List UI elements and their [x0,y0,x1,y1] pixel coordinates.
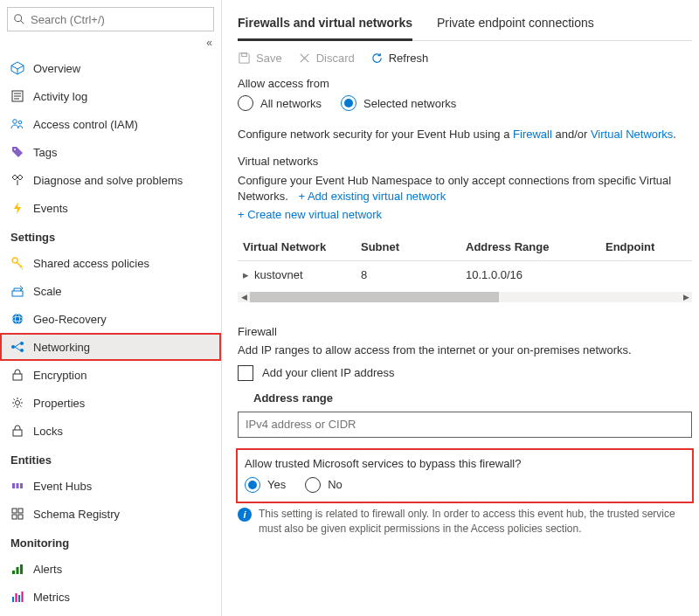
svg-rect-11 [12,291,23,296]
svg-point-16 [20,342,24,345]
sidebar-item-label: Scale [33,285,62,298]
radio-label: All networks [260,97,322,110]
col-header-addr[interactable]: Address Range [460,233,600,261]
svg-rect-26 [12,509,17,513]
radio-all-networks[interactable]: All networks [238,95,322,111]
discard-button[interactable]: Discard [298,52,355,65]
search-input-wrapper[interactable] [7,7,214,31]
firewall-heading: Firewall [238,325,692,338]
sidebar-item-label: Event Hubs [33,480,92,493]
svg-rect-23 [12,483,15,488]
cell-endpoint [600,261,692,288]
radio-selected-networks[interactable]: Selected networks [341,95,456,111]
sidebar-item-events[interactable]: Events [0,194,221,222]
radio-label: Selected networks [363,97,456,110]
sidebar-item-activity-log[interactable]: Activity log [0,82,221,110]
sidebar-item-locks[interactable]: Locks [0,417,221,445]
address-range-input[interactable] [238,412,692,438]
checkbox-add-client-ip[interactable] [238,365,253,381]
sidebar-item-geo-recovery[interactable]: Geo-Recovery [0,305,221,333]
sidebar-item-metrics[interactable]: Metrics [0,583,221,611]
checkbox-label: Add your client IP address [262,366,395,379]
svg-point-21 [16,401,20,405]
tab-private-endpoints[interactable]: Private endpoint connections [437,9,594,40]
firewall-description: Add IP ranges to allow access from the i… [238,343,692,356]
svg-rect-35 [18,595,20,602]
nav: Overview Activity log Access control (IA… [0,54,221,616]
refresh-button[interactable]: Refresh [370,52,429,65]
access-radio-group: All networks Selected networks [238,95,692,111]
refresh-icon [370,52,384,65]
sidebar-item-label: Metrics [33,591,70,604]
cell-subnet: 8 [356,261,460,288]
sidebar-item-shared-access-policies[interactable]: Shared access policies [0,249,221,277]
sidebar-item-overview[interactable]: Overview [0,54,221,82]
link-create-new-vnet[interactable]: + Create new virtual network [238,207,692,223]
svg-point-0 [15,15,22,22]
svg-point-6 [13,120,17,124]
toolbar: Save Discard Refresh [238,41,692,77]
vnet-heading: Virtual networks [238,155,692,168]
table-row[interactable]: ▸kustovnet 8 10.1.0.0/16 [238,261,692,288]
sidebar-item-access-control[interactable]: Access control (IAM) [0,110,221,138]
radio-icon [341,95,356,111]
nav-heading-entities: Entities [0,445,221,472]
sidebar-item-label: Schema Registry [33,508,120,521]
sidebar-item-event-hubs[interactable]: Event Hubs [0,472,221,500]
sidebar-item-properties[interactable]: Properties [0,389,221,417]
sidebar-item-label: Tags [33,146,57,159]
metrics-icon [10,590,24,604]
configure-description: Configure network security for your Even… [238,127,692,142]
radio-label: No [328,478,343,491]
sidebar: « Overview Activity log Access control (… [0,0,222,616]
allow-access-label: Allow access from [238,77,692,90]
networking-icon [10,340,24,354]
col-header-vnet[interactable]: Virtual Network [238,233,356,261]
sidebar-item-scale[interactable]: Scale [0,277,221,305]
sidebar-item-networking[interactable]: Networking [0,333,221,361]
search-input[interactable] [25,13,208,26]
events-icon [10,201,24,215]
sidebar-item-label: Access control (IAM) [33,118,138,131]
svg-point-17 [20,349,24,352]
sidebar-item-label: Alerts [33,563,62,576]
alerts-icon [10,562,24,576]
link-firewall[interactable]: Firewall [513,128,552,141]
scale-icon [10,284,24,298]
lock-icon [10,424,24,438]
link-virtual-networks[interactable]: Virtual Networks [591,128,673,141]
svg-rect-27 [18,509,23,513]
info-icon: i [238,508,252,522]
chevron-left-double-icon: « [206,37,212,49]
radio-icon [245,477,260,493]
sidebar-item-encryption[interactable]: Encryption [0,361,221,389]
sidebar-item-tags[interactable]: Tags [0,138,221,166]
svg-rect-31 [17,567,19,574]
scroll-left-icon[interactable]: ◀ [238,292,250,302]
horizontal-scrollbar[interactable]: ◀ ▶ [238,292,692,302]
event-hubs-icon [10,479,24,493]
sidebar-item-alerts[interactable]: Alerts [0,555,221,583]
col-header-subnet[interactable]: Subnet [356,233,460,261]
radio-trusted-yes[interactable]: Yes [245,477,286,493]
scroll-right-icon[interactable]: ▶ [680,292,692,302]
sidebar-item-diagnose[interactable]: Diagnose and solve problems [0,166,221,194]
collapse-sidebar-button[interactable]: « [0,35,221,54]
sidebar-item-label: Locks [33,425,63,438]
sidebar-item-label: Properties [33,397,85,410]
sidebar-item-label: Events [33,202,68,215]
link-add-existing-vnet[interactable]: + Add existing virtual network [298,190,446,203]
radio-trusted-no[interactable]: No [305,477,343,493]
col-header-endpoint[interactable]: Endpoint [600,233,692,261]
svg-rect-33 [12,597,14,602]
svg-rect-30 [12,571,15,574]
tab-firewalls[interactable]: Firewalls and virtual networks [238,9,412,41]
sidebar-item-label: Diagnose and solve problems [33,174,183,187]
schema-registry-icon [10,507,24,521]
access-control-icon [10,117,24,131]
svg-point-7 [18,121,22,124]
nav-heading-settings: Settings [0,222,221,249]
svg-rect-34 [16,593,17,602]
save-button[interactable]: Save [238,52,282,65]
sidebar-item-schema-registry[interactable]: Schema Registry [0,500,221,528]
